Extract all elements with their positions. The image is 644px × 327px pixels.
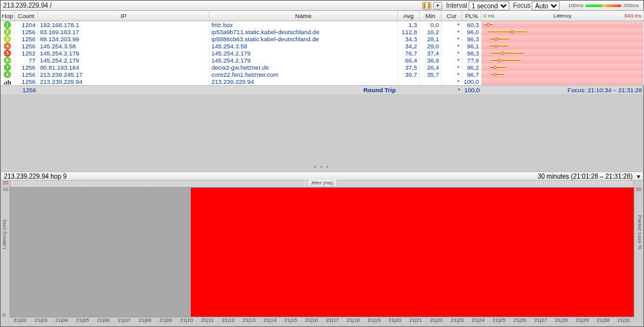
bars-icon	[4, 79, 12, 84]
table-row[interactable]: 11204192.168.178.1fritz.box1,30,0*60,3	[1, 21, 643, 28]
ip-cell: 80.81.193.164	[38, 64, 210, 71]
latency-cell	[482, 71, 644, 78]
count-cell: 1256	[15, 35, 38, 43]
y2-axis-label: Packet Loss %	[637, 215, 643, 250]
col-min[interactable]: Min	[420, 11, 442, 21]
pl-cell: 96,1	[462, 43, 482, 50]
pause-button[interactable]: ❚❚	[422, 2, 431, 10]
table-row[interactable]: 1256213.239.229.94213.239.229.94*100,0	[1, 78, 643, 85]
splitter-handle-icon[interactable]: • • •	[314, 164, 329, 170]
focus-label: Focus	[513, 2, 531, 9]
cur-cell: *	[442, 28, 462, 35]
latency-cell	[482, 50, 644, 57]
splitter-area[interactable]: • • •	[1, 94, 643, 172]
x-tick: 21|02	[10, 317, 30, 326]
table-row[interactable]: 677145.254.2.179145.254.2.17966,436,9*77…	[1, 57, 643, 64]
x-tick: 21|08	[135, 317, 155, 326]
ip-cell: 88.134.203.99	[38, 35, 210, 43]
cur-cell: *	[442, 78, 462, 85]
hop-cell: 1	[1, 21, 15, 28]
latency-cell	[482, 78, 644, 85]
summary-pl: 100,0	[462, 86, 482, 94]
col-latency[interactable]: 0 ms Latency 843 ms	[482, 11, 644, 21]
ip-cell: 192.168.178.1	[38, 21, 210, 28]
y-axis-label: Latency (ms)	[1, 219, 7, 249]
name-cell: 213.239.229.94	[210, 78, 398, 85]
count-cell: 1256	[15, 43, 38, 50]
x-tick: 21|11	[197, 317, 218, 326]
x-tick: 21|04	[52, 317, 72, 326]
col-ip[interactable]: IP	[38, 11, 210, 21]
avg-cell: 76,7	[398, 50, 420, 57]
x-tick: 21|28	[551, 317, 572, 326]
hop-badge-icon: 3	[4, 35, 11, 43]
x-tick: 21|03	[30, 317, 51, 326]
interval-select[interactable]: 1 second	[469, 1, 509, 10]
hop-badge-icon: 8	[4, 71, 11, 78]
hop-cell: 4	[1, 43, 15, 50]
chart-menu-icon[interactable]: ▾	[637, 173, 640, 180]
chart-nodata-region	[10, 188, 191, 317]
table-row[interactable]: 7125680.81.193.164decix2-gw.hetzner.de37…	[1, 64, 643, 71]
x-tick: 21|12	[218, 317, 239, 326]
hop-cell	[1, 78, 15, 85]
chart-range: 30 minutes (21:01:28 – 21:31:28) ▾	[538, 173, 640, 180]
latency-marker-icon	[487, 23, 490, 26]
focus-select[interactable]: Auto	[532, 1, 560, 10]
summary-row: 1256 Round Trip * 100,0 Focus: 21:10:34 …	[1, 85, 643, 94]
min-cell: 28,1	[420, 35, 442, 43]
hop-cell: 7	[1, 64, 15, 71]
min-cell: 35,7	[420, 71, 442, 78]
table-row[interactable]: 41256145.254.3.58145.254.3.5834,229,0*96…	[1, 43, 643, 50]
count-cell: 1204	[15, 21, 38, 28]
avg-cell: 37,5	[398, 64, 420, 71]
avg-cell: 39,7	[398, 71, 420, 78]
latency-cell	[482, 43, 644, 50]
dropdown-button[interactable]: ▾	[433, 2, 442, 10]
avg-cell: 112,8	[398, 28, 420, 35]
name-cell: ip5886cb63.static.kabel-deutschland.de	[210, 35, 398, 43]
x-tick: 21|20	[384, 317, 405, 326]
x-tick: 21|15	[280, 317, 301, 326]
chart-title: 213.239.229.94 hop 9	[4, 173, 66, 180]
col-cur[interactable]: Cur	[442, 11, 462, 21]
min-cell: 29,0	[420, 43, 442, 50]
name-cell: 145.254.2.179	[210, 57, 398, 64]
cur-cell: *	[442, 21, 462, 28]
min-cell	[420, 78, 442, 85]
summary-cur: *	[442, 86, 462, 94]
x-tick: 21|31	[614, 317, 634, 326]
name-cell: 145.254.3.58	[210, 43, 398, 50]
hop-cell: 6	[1, 57, 15, 64]
count-cell: 1256	[15, 64, 38, 71]
min-cell: 37,4	[420, 50, 442, 57]
ip-cell: 213.239.229.94	[38, 78, 210, 85]
pl-cell: 60,3	[462, 21, 482, 28]
x-tick: 21|30	[592, 317, 613, 326]
latency-cell	[482, 28, 644, 35]
grid-header: Hop Count IP Name Avg Min Cur PL% 0 ms L…	[1, 11, 643, 21]
table-row[interactable]: 2125683.169.183.17ip53a9b711.static.kabe…	[1, 28, 643, 35]
cur-cell: *	[442, 35, 462, 43]
latency-cell	[482, 21, 644, 28]
jitter-ruler: 35 Jitter (ms)	[10, 181, 634, 187]
col-count[interactable]: Count	[15, 11, 38, 21]
table-row[interactable]: 3125688.134.203.99ip5886cb63.static.kabe…	[1, 35, 643, 43]
ip-cell: 145.254.2.179	[38, 57, 210, 64]
table-row[interactable]: 81256213.239.245.17core22.fsn1.hetzner.c…	[1, 71, 643, 78]
summary-count: 1256	[15, 86, 38, 94]
name-cell: 145.254.2.179	[210, 50, 398, 57]
table-row[interactable]: 51252145.254.2.179145.254.2.17976,737,4*…	[1, 50, 643, 57]
x-tick: 21|23	[447, 317, 467, 326]
count-cell: 1252	[15, 50, 38, 57]
chart-plot-area[interactable]: 10 0 30	[10, 187, 634, 317]
col-avg[interactable]: Avg	[398, 11, 420, 21]
interval-label: Interval	[446, 2, 467, 9]
avg-cell: 34,2	[398, 43, 420, 50]
x-tick: 21|14	[260, 317, 280, 326]
avg-cell: 1,3	[398, 21, 420, 28]
col-name[interactable]: Name	[210, 11, 398, 21]
col-pl[interactable]: PL%	[462, 11, 482, 21]
hop-cell: 8	[1, 71, 15, 78]
col-hop[interactable]: Hop	[1, 11, 15, 21]
